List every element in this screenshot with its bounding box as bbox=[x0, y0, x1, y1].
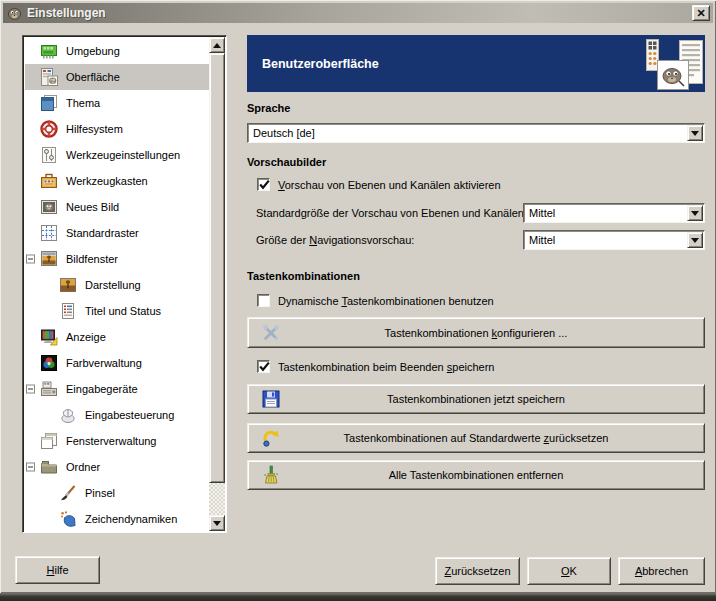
sidebar-item-label: Eingabesteuerung bbox=[85, 409, 174, 421]
sidebar-item-anzeige[interactable]: Anzeige bbox=[25, 324, 209, 350]
wilber-icon bbox=[7, 6, 22, 21]
preview-enable-label: Vorschau von Ebenen und Kanälen aktivier… bbox=[278, 179, 501, 191]
page-header: Benutzeroberfläche bbox=[247, 35, 705, 92]
reset-shortcuts-button[interactable]: Tastenkombinationen auf Standardwerte zu… bbox=[247, 423, 705, 453]
preview-enable-row: Vorschau von Ebenen und Kanälen aktivier… bbox=[257, 178, 501, 191]
scroll-up-button[interactable] bbox=[209, 37, 225, 53]
chevron-down-icon bbox=[691, 238, 699, 243]
close-icon: ✕ bbox=[696, 8, 705, 19]
toolbox-icon bbox=[39, 171, 59, 191]
page-title: Benutzeroberfläche bbox=[262, 57, 379, 71]
sidebar-item-eingabesteuerung[interactable]: Eingabesteuerung bbox=[25, 402, 209, 428]
dynamic-shortcuts-row: Dynamische Tastenkombinationen benutzen bbox=[257, 294, 494, 307]
nav-preview-size-select[interactable]: Mittel bbox=[523, 230, 705, 250]
sidebar-item-label: Werkzeugkasten bbox=[66, 175, 148, 187]
sidebar-item-oberflache[interactable]: Oberfläche bbox=[25, 64, 209, 90]
scroll-down-button[interactable] bbox=[209, 515, 225, 531]
color-management-icon bbox=[39, 353, 59, 373]
ok-button[interactable]: OK bbox=[527, 557, 611, 585]
reset-button-label: Zurücksetzen bbox=[444, 565, 510, 577]
save-shortcuts-now-button[interactable]: Tastenkombinationen jetzt speichern bbox=[247, 384, 705, 414]
sidebar-item-farbverwaltung[interactable]: Farbverwaltung bbox=[25, 350, 209, 376]
window-management-icon bbox=[39, 431, 59, 451]
help-button-label: Hilfe bbox=[46, 564, 68, 576]
sidebar-item-fensterverwaltung[interactable]: Fensterverwaltung bbox=[25, 428, 209, 454]
tree-collapse-icon[interactable] bbox=[26, 463, 35, 472]
sidebar-item-eingabegerate[interactable]: Eingabegeräte bbox=[25, 376, 209, 402]
sidebar-item-neues-bild[interactable]: Neues Bild bbox=[25, 194, 209, 220]
sidebar-item-werkzeugeinstellungen[interactable]: Werkzeugeinstellungen bbox=[25, 142, 209, 168]
previews-heading: Vorschaubilder bbox=[247, 156, 326, 168]
sidebar-item-label: Anzeige bbox=[66, 331, 106, 343]
ok-button-label: OK bbox=[561, 565, 577, 577]
language-select[interactable]: Deutsch [de] bbox=[247, 123, 705, 143]
folders-icon bbox=[39, 457, 59, 477]
display-icon bbox=[39, 327, 59, 347]
sidebar-item-werkzeugkasten[interactable]: Werkzeugkasten bbox=[25, 168, 209, 194]
sidebar-item-bildfenster[interactable]: Bildfenster bbox=[25, 246, 209, 272]
save-shortcuts-on-exit-row: Tastenkombination beim Beenden speichern bbox=[257, 360, 494, 373]
scrollbar-thumb[interactable] bbox=[209, 53, 225, 483]
sidebar-item-darstellung[interactable]: Darstellung bbox=[25, 272, 209, 298]
sidebar-item-label: Bildfenster bbox=[66, 253, 118, 265]
tree-collapse-icon[interactable] bbox=[26, 385, 35, 394]
save-shortcuts-on-exit-checkbox[interactable] bbox=[257, 360, 270, 373]
memory-chip-icon bbox=[39, 41, 59, 61]
default-preview-size-label: Standardgröße der Vorschau von Ebenen un… bbox=[256, 207, 527, 219]
reset-button[interactable]: Zurücksetzen bbox=[435, 557, 520, 585]
sidebar-item-umgebung[interactable]: Umgebung bbox=[25, 38, 209, 64]
sidebar-scrollbar[interactable] bbox=[209, 37, 225, 531]
reset-shortcuts-label: Tastenkombinationen auf Standardwerte zu… bbox=[248, 432, 704, 444]
sidebar-item-label: Neues Bild bbox=[66, 201, 119, 213]
clear-shortcuts-button[interactable]: Alle Tastenkombinationen entfernen bbox=[247, 460, 705, 490]
close-button[interactable]: ✕ bbox=[692, 5, 710, 21]
tool-options-icon bbox=[39, 145, 59, 165]
wilber-preview-icon bbox=[657, 60, 689, 90]
language-dropdown-button[interactable] bbox=[687, 125, 703, 141]
sidebar-item-zeichendynamiken[interactable]: Zeichendynamiken bbox=[25, 506, 209, 530]
help-button[interactable]: Hilfe bbox=[15, 556, 100, 584]
sidebar-item-ordner[interactable]: Ordner bbox=[25, 454, 209, 480]
sidebar-item-label: Werkzeugeinstellungen bbox=[66, 149, 180, 161]
brush-icon bbox=[58, 483, 78, 503]
sidebar-item-standardraster[interactable]: Standardraster bbox=[25, 220, 209, 246]
title-status-icon bbox=[58, 301, 78, 321]
sidebar-item-label: Farbverwaltung bbox=[66, 357, 142, 369]
sidebar-item-label: Eingabegeräte bbox=[66, 383, 138, 395]
dynamics-icon bbox=[58, 509, 78, 529]
default-preview-size-select[interactable]: Mittel bbox=[523, 203, 705, 223]
title-bar[interactable]: Einstellungen ✕ bbox=[3, 3, 713, 23]
appearance-icon bbox=[58, 275, 78, 295]
interface-icon bbox=[39, 67, 59, 87]
shortcuts-heading: Tastenkombinationen bbox=[247, 270, 360, 282]
nav-preview-size-label: Größe der Navigationsvorschau: bbox=[256, 234, 414, 246]
cancel-button[interactable]: Abbrechen bbox=[618, 557, 705, 585]
sidebar-item-titel-und-status[interactable]: Titel und Status bbox=[25, 298, 209, 324]
language-value: Deutsch [de] bbox=[253, 127, 315, 139]
settings-category-listbox: UmgebungOberflächeThemaHilfesystemWerkze… bbox=[22, 35, 227, 533]
configure-shortcuts-button[interactable]: Tastenkombinationen konfigurieren ... bbox=[247, 317, 705, 348]
screen: Einstellungen ✕ UmgebungOberflächeThemaH… bbox=[0, 0, 716, 601]
tree-collapse-icon[interactable] bbox=[26, 255, 35, 264]
background-strip bbox=[0, 593, 716, 601]
sidebar-item-label: Hilfesystem bbox=[66, 123, 123, 135]
dynamic-shortcuts-checkbox[interactable] bbox=[257, 294, 270, 307]
sidebar-item-label: Zeichendynamiken bbox=[85, 513, 177, 525]
nav-preview-size-dropdown-button[interactable] bbox=[687, 232, 703, 248]
arrow-up-icon bbox=[213, 43, 221, 48]
arrow-down-icon bbox=[213, 521, 221, 526]
sidebar-item-pinsel[interactable]: Pinsel bbox=[25, 480, 209, 506]
default-preview-size-dropdown-button[interactable] bbox=[687, 205, 703, 221]
window-title: Einstellungen bbox=[27, 6, 106, 20]
sidebar-item-hilfesystem[interactable]: Hilfesystem bbox=[25, 116, 209, 142]
language-heading: Sprache bbox=[247, 102, 290, 114]
nav-preview-size-value: Mittel bbox=[529, 234, 555, 246]
sidebar-item-label: Ordner bbox=[66, 461, 100, 473]
default-preview-size-value: Mittel bbox=[529, 207, 555, 219]
chevron-down-icon bbox=[691, 211, 699, 216]
sidebar-item-label: Darstellung bbox=[85, 279, 141, 291]
clear-shortcuts-label: Alle Tastenkombinationen entfernen bbox=[248, 469, 704, 481]
preview-enable-checkbox[interactable] bbox=[257, 178, 270, 191]
sidebar-item-thema[interactable]: Thema bbox=[25, 90, 209, 116]
sidebar-item-label: Oberfläche bbox=[66, 71, 120, 83]
